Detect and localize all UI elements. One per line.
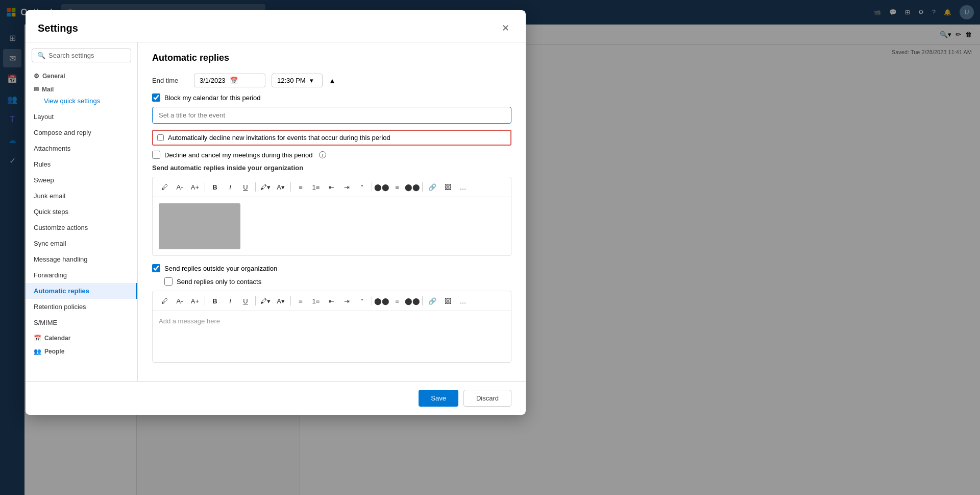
settings-content: Automatic replies End time 3/1/2023 📅 12…	[138, 42, 526, 381]
end-date-value: 3/1/2023	[200, 77, 226, 84]
align-right-btn-2[interactable]: ⬤⬤	[406, 294, 419, 308]
toolbar-sep-1	[205, 182, 205, 192]
block-calendar-checkbox[interactable]	[152, 93, 160, 102]
inside-org-editor-area[interactable]	[153, 197, 511, 255]
bullets-btn[interactable]: ≡	[294, 180, 307, 194]
block-calendar-label: Block my calendar for this period	[164, 94, 261, 102]
discard-button[interactable]: Discard	[463, 390, 511, 407]
settings-nav-mail-group: ✉ Mail	[26, 82, 137, 95]
message-handling-label: Message handling	[34, 255, 88, 263]
event-title-input[interactable]	[152, 107, 511, 124]
time-dropdown-icon[interactable]: ▾	[310, 77, 313, 84]
nav-automatic-replies[interactable]: Automatic replies	[26, 283, 137, 299]
close-button[interactable]: ✕	[498, 20, 513, 36]
highlight-btn[interactable]: 🖍▾	[259, 180, 272, 194]
nav-message-handling[interactable]: Message handling	[26, 251, 137, 267]
font-decrease-btn[interactable]: A-	[173, 180, 186, 194]
more-btn[interactable]: …	[456, 180, 470, 194]
settings-nav-people-group: 👥 People	[26, 344, 137, 357]
end-time-value: 12:30 PM	[277, 77, 306, 84]
indent-dec-btn[interactable]: ⇤	[325, 180, 338, 194]
link-btn[interactable]: 🔗	[426, 180, 439, 194]
compose-reply-label: Compose and reply	[34, 129, 91, 136]
nav-customize-actions[interactable]: Customize actions	[26, 220, 137, 235]
toolbar-sep-4	[372, 182, 372, 192]
end-time-input[interactable]: 12:30 PM ▾	[272, 74, 323, 87]
outside-org-toolbar: 🖊 A- A+ B I U 🖍▾ A▾ ≡ 1≡ ⇤	[153, 291, 511, 311]
underline-btn-2[interactable]: U	[239, 294, 252, 308]
layout-label: Layout	[34, 113, 54, 121]
calendar-picker-icon[interactable]: 📅	[230, 77, 238, 84]
contacts-only-checkbox[interactable]	[164, 277, 173, 286]
nav-compose-reply[interactable]: Compose and reply	[26, 125, 137, 140]
bullets-btn-2[interactable]: ≡	[294, 294, 307, 308]
font-decrease-btn-2[interactable]: A-	[173, 294, 186, 308]
font-color-btn[interactable]: A▾	[274, 180, 287, 194]
nav-forwarding[interactable]: Forwarding	[26, 267, 137, 283]
nav-rules[interactable]: Rules	[26, 156, 137, 172]
image-btn-2[interactable]: 🖼	[441, 294, 454, 308]
font-increase-btn[interactable]: A+	[188, 180, 202, 194]
retention-label: Retention policies	[34, 303, 86, 311]
outside-org-editor-area[interactable]: Add a message here	[153, 311, 511, 362]
align-left-btn-2[interactable]: ⬤⬤	[375, 294, 388, 308]
nav-sweep[interactable]: Sweep	[26, 172, 137, 188]
nav-quick-steps[interactable]: Quick steps	[26, 204, 137, 220]
italic-btn[interactable]: I	[224, 180, 237, 194]
toolbar-sep-2	[255, 182, 256, 192]
decline-cancel-checkbox[interactable]	[152, 151, 160, 159]
outside-placeholder: Add a message here	[159, 317, 220, 325]
outside-org-editor: 🖊 A- A+ B I U 🖍▾ A▾ ≡ 1≡ ⇤	[152, 291, 511, 363]
nav-sync-email[interactable]: Sync email	[26, 235, 137, 251]
indent-dec-btn-2[interactable]: ⇤	[325, 294, 338, 308]
end-time-row: End time 3/1/2023 📅 12:30 PM ▾ ▲	[152, 74, 511, 87]
indent-inc-btn-2[interactable]: ⇥	[340, 294, 353, 308]
settings-nav: 🔍 Search settings ⚙ General ✉ Mail View …	[26, 42, 138, 381]
bold-btn-2[interactable]: B	[208, 294, 222, 308]
nav-attachments[interactable]: Attachments	[26, 140, 137, 156]
indent-inc-btn[interactable]: ⇥	[340, 180, 353, 194]
save-button[interactable]: Save	[419, 390, 458, 407]
auto-decline-label: Automatically decline new invitations fo…	[168, 134, 390, 142]
nav-junk-email[interactable]: Junk email	[26, 188, 137, 204]
send-outside-checkbox[interactable]	[152, 264, 160, 272]
gear-icon: ⚙	[34, 73, 39, 80]
send-outside-row: Send replies outside your organization	[152, 264, 511, 272]
font-color-btn-2[interactable]: A▾	[274, 294, 287, 308]
align-center-btn-2[interactable]: ≡	[390, 294, 404, 308]
settings-modal: Settings ✕ 🔍 Search settings ⚙ General ✉…	[26, 10, 526, 415]
smime-label: S/MIME	[34, 319, 57, 326]
quote-btn[interactable]: "	[355, 180, 369, 194]
nav-retention[interactable]: Retention policies	[26, 299, 137, 315]
toolbar-sep-5	[422, 182, 423, 192]
align-left-btn[interactable]: ⬤⬤	[375, 180, 388, 194]
image-btn[interactable]: 🖼	[441, 180, 454, 194]
underline-btn[interactable]: U	[239, 180, 252, 194]
font-increase-btn-2[interactable]: A+	[188, 294, 202, 308]
editor-image	[159, 203, 240, 249]
format-btn-2[interactable]: 🖊	[158, 294, 171, 308]
settings-nav-general: ⚙ General	[26, 68, 137, 82]
auto-decline-checkbox[interactable]	[157, 134, 164, 141]
settings-footer: Save Discard	[26, 381, 526, 415]
align-right-btn[interactable]: ⬤⬤	[406, 180, 419, 194]
view-quick-settings[interactable]: View quick settings	[26, 95, 137, 109]
numbered-btn-2[interactable]: 1≡	[309, 294, 323, 308]
settings-search-box[interactable]: 🔍 Search settings	[32, 49, 131, 62]
link-btn-2[interactable]: 🔗	[426, 294, 439, 308]
end-time-label: End time	[152, 77, 188, 84]
numbered-btn[interactable]: 1≡	[309, 180, 323, 194]
quote-btn-2[interactable]: "	[355, 294, 369, 308]
bold-btn[interactable]: B	[208, 180, 222, 194]
end-date-input[interactable]: 3/1/2023 📅	[194, 74, 265, 87]
highlight-btn-2[interactable]: 🖍▾	[259, 294, 272, 308]
scroll-up-btn[interactable]: ▲	[329, 77, 336, 85]
settings-body: 🔍 Search settings ⚙ General ✉ Mail View …	[26, 42, 526, 381]
nav-layout[interactable]: Layout	[26, 109, 137, 125]
italic-btn-2[interactable]: I	[224, 294, 237, 308]
format-btn[interactable]: 🖊	[158, 180, 171, 194]
align-center-btn[interactable]: ≡	[390, 180, 404, 194]
send-outside-label: Send replies outside your organization	[164, 265, 277, 272]
nav-smime[interactable]: S/MIME	[26, 315, 137, 331]
more-btn-2[interactable]: …	[456, 294, 470, 308]
